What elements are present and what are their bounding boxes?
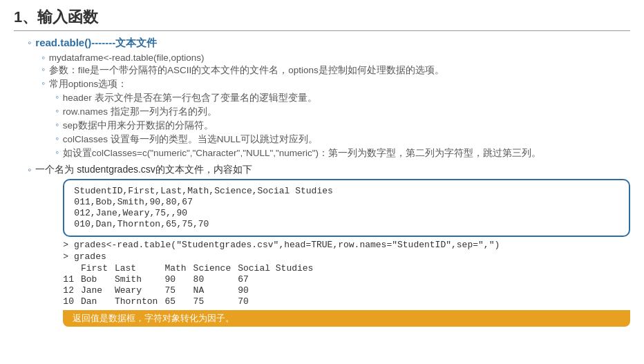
th-science: Science xyxy=(193,263,238,274)
sub-bullet-options-text: 常用options选项： xyxy=(49,78,128,90)
csv-content-box: StudentID,First,Last,Math,Science,Social… xyxy=(63,179,630,237)
bottom-note: 返回值是数据框，字符对象转化为因子。 xyxy=(63,310,630,327)
th-first: First xyxy=(81,263,115,274)
sub-bullet-mydf-text: mydataframe<-read.table(file,options) xyxy=(49,52,205,63)
th-social: Social Studies xyxy=(238,263,320,274)
row12-last: Weary xyxy=(115,285,164,296)
row11-social: 67 xyxy=(238,274,320,285)
csv-line-1: 011,Bob,Smith,90,80,67 xyxy=(74,197,619,207)
option-sep-text: sep数据中用来分开数据的分隔符。 xyxy=(63,119,214,132)
th-0 xyxy=(63,263,81,274)
table-row-10: 10 Dan Thornton 65 75 70 xyxy=(63,296,320,307)
page-container: 1、输入函数 ◦ read.table()-------文本文件 mydataf… xyxy=(14,7,630,327)
command-readtable: > grades<-read.table("Studentgrades.csv"… xyxy=(63,240,630,262)
bullet-dot-1: ◦ xyxy=(28,37,31,48)
option-rownames-text: row.names 指定那一列为行名的列。 xyxy=(63,106,217,118)
option-sep: sep数据中用来分开数据的分隔符。 xyxy=(55,119,630,132)
option-header: header 表示文件是否在第一行包含了变量名的逻辑型变量。 xyxy=(55,92,630,104)
sub-bullet-params-text: 参数：file是一个带分隔符的ASCII的文本文件的文件名，options是控制… xyxy=(49,64,444,77)
table-header-row: First Last Math Science Social Studies xyxy=(63,263,320,274)
row11-first: Bob xyxy=(81,274,115,285)
csv-example-label: 一个名为 studentgrades.csv的文本文件，内容如下 xyxy=(35,164,252,175)
csv-line-0: StudentID,First,Last,Math,Science,Social… xyxy=(74,186,619,196)
csv-line-2: 012,Jane,Weary,75,,90 xyxy=(74,208,619,218)
sub-bullet-options: 常用options选项： xyxy=(41,78,630,90)
row12-id: 12 xyxy=(63,285,81,296)
row12-first: Jane xyxy=(81,285,115,296)
row11-science: 80 xyxy=(193,274,238,285)
row10-last: Thornton xyxy=(115,296,164,307)
table-output: First Last Math Science Social Studies 1… xyxy=(63,263,630,307)
sub-bullet-mydf: mydataframe<-read.table(file,options) xyxy=(41,52,630,63)
command1-text: > grades<-read.table("Studentgrades.csv"… xyxy=(63,240,630,250)
row12-science: NA xyxy=(193,285,238,296)
option-colclasses-text: colClasses 设置每一列的类型。当选NULL可以跳过对应列。 xyxy=(63,133,319,146)
row11-math: 90 xyxy=(164,274,193,285)
csv-line-3: 010,Dan,Thornton,65,75,70 xyxy=(74,219,619,229)
option-colclasses: colClasses 设置每一列的类型。当选NULL可以跳过对应列。 xyxy=(55,133,630,146)
th-math: Math xyxy=(164,263,193,274)
row10-math: 65 xyxy=(164,296,193,307)
row11-last: Smith xyxy=(115,274,164,285)
bullet-readtable: ◦ read.table()-------文本文件 xyxy=(28,37,630,50)
option-rownames: row.names 指定那一列为行名的列。 xyxy=(55,106,630,118)
bullet-csv-example: ◦ 一个名为 studentgrades.csv的文本文件，内容如下 Stude… xyxy=(28,164,630,327)
option-colclasses-example: 如设置colClasses=c("numeric","Character","N… xyxy=(55,147,630,160)
row11-id: 11 xyxy=(63,274,81,285)
grades-table: First Last Math Science Social Studies 1… xyxy=(63,263,320,307)
readtable-label: read.table()-------文本文件 xyxy=(35,37,157,50)
table-row-12: 12 Jane Weary 75 NA 90 xyxy=(63,285,320,296)
row12-social: 90 xyxy=(238,285,320,296)
page-title: 1、输入函数 xyxy=(14,7,630,31)
bullet-dot-2: ◦ xyxy=(28,164,31,175)
option-header-text: header 表示文件是否在第一行包含了变量名的逻辑型变量。 xyxy=(63,92,317,104)
sub-bullet-params: 参数：file是一个带分隔符的ASCII的文本文件的文件名，options是控制… xyxy=(41,64,630,77)
row10-social: 70 xyxy=(238,296,320,307)
th-last: Last xyxy=(115,263,164,274)
row10-first: Dan xyxy=(81,296,115,307)
option-colclasses-example-text: 如设置colClasses=c("numeric","Character","N… xyxy=(63,147,541,160)
row10-science: 75 xyxy=(193,296,238,307)
command2-text: > grades xyxy=(63,251,630,262)
row12-math: 75 xyxy=(164,285,193,296)
table-row-11: 11 Bob Smith 90 80 67 xyxy=(63,274,320,285)
row10-id: 10 xyxy=(63,296,81,307)
